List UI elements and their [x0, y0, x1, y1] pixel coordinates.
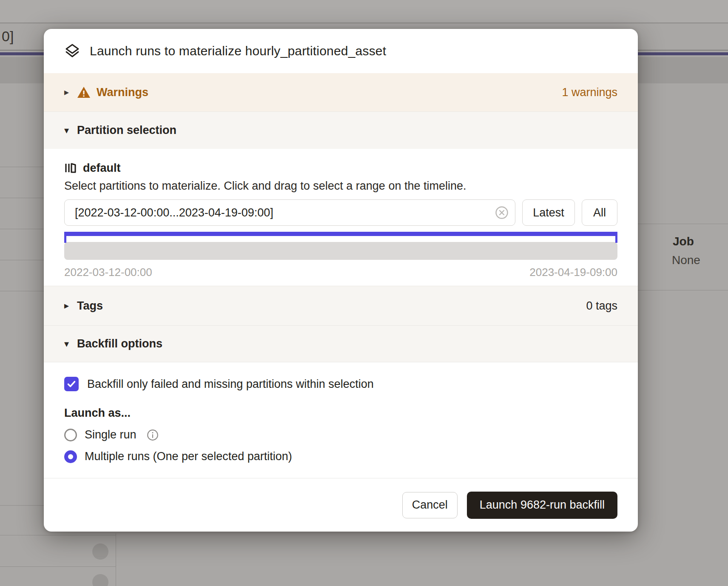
- background-column-line: [116, 533, 116, 586]
- single-run-radio[interactable]: [64, 429, 77, 441]
- tags-count: 0 tags: [586, 299, 617, 313]
- partition-selection-description: Select partitions to materialize. Click …: [64, 179, 617, 193]
- warning-triangle-icon: [77, 86, 91, 99]
- launch-backfill-dialog: Launch runs to materialize hourly_partit…: [44, 29, 638, 532]
- background-status-dot: [92, 543, 108, 560]
- background-row-line: [638, 290, 728, 290]
- materialize-layers-icon: [64, 43, 80, 59]
- partition-range-input-wrap: [64, 199, 515, 226]
- partition-selection-header: Partition selection: [77, 124, 176, 137]
- chevron-down-icon: ▾: [64, 125, 77, 136]
- background-row-line: [0, 535, 116, 535]
- tags-section-toggle[interactable]: ▸ Tags 0 tags: [44, 286, 638, 325]
- dialog-footer: Cancel Launch 9682-run backfill: [44, 478, 638, 532]
- timeline-end-label: 2023-04-19-09:00: [529, 266, 617, 279]
- backfill-options-body: Backfill only failed and missing partiti…: [44, 362, 638, 478]
- background-row-line: [0, 505, 44, 506]
- partition-dimension-row: default: [64, 161, 617, 175]
- single-run-label: Single run: [85, 428, 136, 441]
- warnings-count: 1 warnings: [562, 86, 617, 99]
- background-table-header-line: [638, 224, 728, 224]
- timeline-labels: 2022-03-12-00:00 2023-04-19-09:00: [64, 266, 617, 279]
- background-row-line: [0, 291, 44, 291]
- partition-selection-body: default Select partitions to materialize…: [44, 149, 638, 286]
- background-row-line: [0, 198, 44, 198]
- backfill-only-failed-label: Backfill only failed and missing partiti…: [87, 378, 374, 391]
- tags-header: Tags: [77, 299, 103, 313]
- clear-selection-button[interactable]: [495, 206, 509, 219]
- backfill-only-failed-checkbox[interactable]: [64, 377, 79, 391]
- background-job-column-value: None: [672, 253, 700, 267]
- background-row-line: [0, 167, 44, 167]
- backfill-only-failed-row: Backfill only failed and missing partiti…: [64, 377, 617, 391]
- partition-set-icon: [64, 162, 77, 174]
- backfill-options-toggle[interactable]: ▾ Backfill options: [44, 325, 638, 362]
- single-run-option: Single run: [64, 428, 617, 441]
- chevron-right-icon: ▸: [64, 300, 77, 311]
- chevron-right-icon: ▸: [64, 87, 77, 98]
- info-circle-icon[interactable]: [147, 429, 159, 441]
- timeline-start-label: 2022-03-12-00:00: [64, 266, 152, 279]
- multiple-runs-option: Multiple runs (One per selected partitio…: [64, 450, 617, 463]
- background-row-line: [0, 260, 44, 260]
- launch-as-label: Launch as...: [64, 407, 617, 420]
- background-row-line: [0, 566, 116, 567]
- background-top-toolbar: [0, 0, 728, 23]
- background-partial-text: 0]: [2, 28, 14, 45]
- warnings-label: Warnings: [97, 86, 148, 99]
- background-job-column-header: Job: [673, 235, 694, 248]
- background-status-dot: [92, 574, 108, 586]
- multiple-runs-label: Multiple runs (One per selected partitio…: [85, 450, 292, 463]
- latest-button[interactable]: Latest: [522, 199, 575, 226]
- page: { "background": { "partial_text_top_left…: [0, 0, 728, 586]
- chevron-down-icon: ▾: [64, 339, 77, 350]
- background-row-line: [0, 229, 44, 229]
- dialog-title: Launch runs to materialize hourly_partit…: [90, 44, 386, 58]
- multiple-runs-radio[interactable]: [64, 450, 77, 463]
- circle-x-icon: [495, 206, 509, 219]
- all-button[interactable]: All: [582, 199, 617, 226]
- dialog-header: Launch runs to materialize hourly_partit…: [44, 29, 638, 73]
- partition-timeline[interactable]: [64, 242, 617, 260]
- partition-input-row: Latest All: [64, 199, 617, 226]
- warnings-section-toggle[interactable]: ▸ Warnings 1 warnings: [44, 73, 638, 111]
- selection-range-indicator: [64, 232, 617, 236]
- backfill-options-header: Backfill options: [77, 337, 162, 350]
- partition-dimension-name: default: [83, 162, 121, 175]
- launch-backfill-button[interactable]: Launch 9682-run backfill: [467, 492, 617, 519]
- partition-selection-toggle[interactable]: ▾ Partition selection: [44, 111, 638, 149]
- partition-range-input[interactable]: [64, 199, 515, 226]
- checkmark-icon: [66, 379, 77, 389]
- cancel-button[interactable]: Cancel: [402, 492, 458, 518]
